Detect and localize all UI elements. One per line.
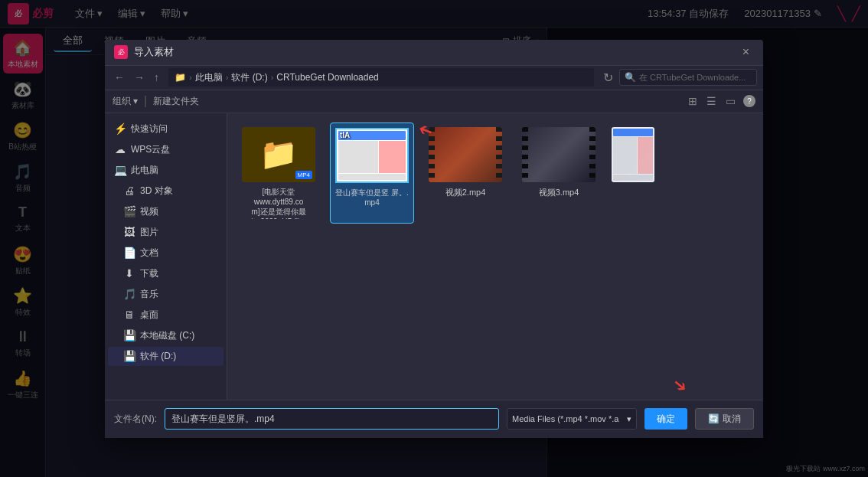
filename-input[interactable] [165, 408, 499, 430]
dialog-close-button[interactable]: × [738, 44, 754, 60]
mp4-badge: MP4 [295, 171, 312, 179]
file-item-video5[interactable] [610, 123, 656, 224]
tree-wps-cloud[interactable]: ☁ WPS云盘 [108, 140, 224, 159]
video2-thumb [429, 127, 502, 182]
disk-c-icon: 💾 [123, 329, 135, 341]
filetype-chevron: ▾ [627, 414, 631, 424]
tia-label: tIA [340, 131, 350, 139]
new-folder-button[interactable]: 新建文件夹 [153, 95, 199, 108]
file-grid: 📁 MP4 [电影天堂www.dytt89.com]还是觉得你最好-2022_H… [227, 113, 763, 400]
file-item-selected-video[interactable]: tIA 登山赛车但是竖 屏。.mp4 [330, 123, 414, 224]
film-strip-right [496, 127, 502, 182]
search-box[interactable]: 🔍 在 CRTubeGet Downloade... [619, 69, 757, 86]
quick-access-icon: ⚡ [114, 123, 126, 135]
3d-icon: 🖨 [123, 185, 135, 197]
watermark: 极光下载站 www.xz7.com [786, 464, 865, 474]
breadcrumb: 📁 › 此电脑 › 软件 (D:) › CRTubeGet Downloaded [168, 68, 594, 87]
dialog-title: 导入素材 [134, 45, 738, 59]
search-icon: 🔍 [625, 72, 636, 83]
view-medium-icon[interactable]: ☰ [705, 93, 718, 109]
view-large-icon[interactable]: ⊞ [687, 93, 699, 109]
dialog-title-bar: 必 导入素材 × [105, 40, 763, 66]
cancel-button[interactable]: 🔄 取消 [695, 408, 754, 430]
breadcrumb-folder[interactable]: CRTubeGet Downloaded [276, 72, 378, 83]
music-icon: 🎵 [123, 288, 135, 300]
downloads-icon: ⬇ [123, 267, 135, 279]
breadcrumb-home[interactable]: 📁 [175, 72, 186, 83]
tree-music[interactable]: 🎵 音乐 [108, 285, 224, 304]
filetype-select[interactable]: Media Files (*.mp4 *.mov *.a ▾ [507, 408, 637, 430]
nav-up-button[interactable]: ↑ [151, 70, 162, 85]
tree-3d[interactable]: 🖨 3D 对象 [108, 181, 224, 201]
computer-icon: 💻 [114, 164, 126, 176]
search-placeholder: 在 CRTubeGet Downloade... [639, 72, 746, 83]
file-item-video3[interactable]: 视频3.mp4 [517, 123, 601, 224]
organize-chevron: ▾ [133, 96, 138, 106]
video5-content [612, 127, 654, 182]
confirm-button[interactable]: 确定 [644, 408, 687, 430]
filename-label: 文件名(N): [114, 413, 157, 426]
selected-video-thumb: tIA [335, 128, 409, 183]
help-icon[interactable]: ? [743, 95, 755, 107]
tree-software-disk[interactable]: 💾 软件 (D:) [108, 347, 224, 366]
folder-thumb: 📁 MP4 [242, 127, 315, 182]
film-strip-right3 [589, 127, 596, 182]
file-item-folder[interactable]: 📁 MP4 [电影天堂www.dytt89.com]还是觉得你最好-2022_H… [237, 123, 321, 224]
dialog-nav: ← → ↑ 📁 › 此电脑 › 软件 (D:) › CRTubeGet Down… [105, 66, 763, 90]
tree-video[interactable]: 🎬 视频 [108, 202, 224, 221]
film-strip-left3 [522, 127, 528, 182]
folder-icon: 📁 [259, 136, 298, 172]
tree-quick-access[interactable]: ⚡ 快速访问 [108, 119, 224, 139]
cloud-icon: ☁ [114, 143, 126, 155]
tree-pictures[interactable]: 🖼 图片 [108, 223, 224, 242]
video3-name: 视频3.mp4 [539, 187, 579, 198]
file-tree: ⚡ 快速访问 ☁ WPS云盘 💻 此电脑 🖨 3D 对象 🎬 视频 [105, 113, 227, 400]
dialog-body: ⚡ 快速访问 ☁ WPS云盘 💻 此电脑 🖨 3D 对象 🎬 视频 [105, 113, 763, 400]
selected-video-name: 登山赛车但是竖 屏。.mp4 [335, 188, 409, 207]
dialog-toolbar: 组织 ▾ | 新建文件夹 ⊞ ☰ ▭ ? [105, 90, 763, 113]
breadcrumb-drive[interactable]: 软件 (D:) [231, 71, 267, 84]
video-folder-icon: 🎬 [123, 205, 135, 217]
nav-forward-button[interactable]: → [131, 70, 148, 85]
view-details-icon[interactable]: ▭ [724, 93, 737, 109]
video5-thumb [612, 127, 654, 182]
nav-back-button[interactable]: ← [111, 70, 128, 85]
dialog-bottom: 文件名(N): Media Files (*.mp4 *.mov *.a ▾ 确… [105, 400, 763, 438]
dialog-logo-icon: 必 [114, 45, 128, 59]
refresh-button[interactable]: ↻ [600, 69, 616, 87]
tree-documents[interactable]: 📄 文档 [108, 243, 224, 263]
organize-button[interactable]: 组织 ▾ [113, 95, 138, 108]
import-dialog: 必 导入素材 × ← → ↑ 📁 › 此电脑 › 软件 (D:) › CRTub… [105, 40, 763, 438]
cancel-icon: 🔄 [708, 413, 720, 424]
desktop-icon: 🖥 [123, 309, 135, 321]
breadcrumb-computer[interactable]: 此电脑 [195, 71, 223, 84]
documents-icon: 📄 [123, 247, 135, 259]
pictures-icon: 🖼 [123, 226, 135, 238]
video3-thumb [522, 127, 596, 182]
tree-downloads[interactable]: ⬇ 下载 [108, 264, 224, 283]
tree-local-disk[interactable]: 💾 本地磁盘 (C:) [108, 326, 224, 345]
video2-name: 视频2.mp4 [445, 187, 486, 198]
tree-desktop[interactable]: 🖥 桌面 [108, 305, 224, 325]
tree-my-computer[interactable]: 💻 此电脑 [108, 161, 224, 180]
file-item-video2[interactable]: 视频2.mp4 [423, 123, 507, 224]
dialog-overlay: 必 导入素材 × ← → ↑ 📁 › 此电脑 › 软件 (D:) › CRTub… [0, 0, 868, 477]
disk-d-icon: 💾 [123, 350, 135, 362]
folder-name: [电影天堂www.dytt89.com]还是觉得你最好-2022_HD粤... [250, 187, 307, 219]
